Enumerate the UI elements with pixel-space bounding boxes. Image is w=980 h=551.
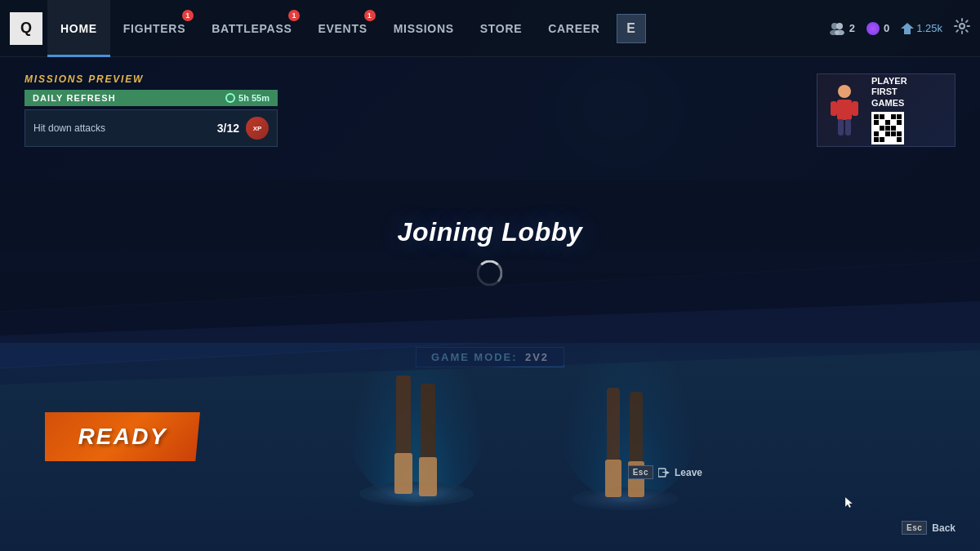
nav-item-missions[interactable]: MISSIONS [381, 0, 467, 57]
pfg-qr-code [871, 112, 904, 144]
svg-rect-16 [831, 101, 837, 116]
friends-icon [829, 22, 845, 35]
pfg-character-figure [824, 82, 865, 139]
nav-item-store[interactable]: STORE [467, 0, 535, 57]
missions-title: MISSIONS PREVIEW [24, 73, 278, 85]
svg-point-14 [838, 85, 851, 98]
crystals-count: 0 [884, 22, 889, 34]
ready-label: READY [78, 424, 167, 450]
friends-stat: 2 [829, 22, 855, 35]
e-button[interactable]: E [617, 14, 646, 43]
nav-item-home[interactable]: HOME [47, 0, 110, 57]
esc-back-key: Esc [902, 521, 927, 535]
back-label: Back [932, 522, 956, 534]
nav-right-stats: 2 0 1.25k [829, 18, 970, 38]
pfg-text-area: PLAYERFIRSTGAMES [871, 76, 948, 144]
joining-lobby-modal: Joining Lobby [398, 216, 583, 286]
battlepass-badge: 1 [288, 10, 300, 21]
crystals-stat: 0 [866, 22, 889, 35]
svg-point-13 [960, 24, 964, 29]
nav-item-events[interactable]: EVENTS 1 [305, 0, 380, 57]
svg-rect-15 [837, 100, 852, 120]
loading-spinner [477, 260, 503, 286]
leave-icon [658, 467, 671, 478]
nav-item-battlepass[interactable]: BATTLEPASS 1 [198, 0, 305, 57]
mission-row: Hit down attacks 3/12 XP [24, 109, 278, 147]
nav-items-list: HOME FIGHTERS 1 BATTLEPASS 1 EVENTS 1 MI… [47, 0, 829, 57]
pfg-advertisement: PLAYERFIRSTGAMES [817, 73, 956, 147]
svg-rect-17 [852, 101, 858, 116]
events-badge: 1 [364, 10, 376, 21]
pfg-title: PLAYERFIRSTGAMES [871, 76, 948, 109]
missions-daily-bar: DAILY REFRESH 5h 55m [24, 90, 278, 106]
currency-value: 1.25k [916, 22, 942, 34]
svg-rect-19 [845, 119, 851, 136]
esc-leave-key: Esc [628, 465, 653, 479]
q-button[interactable]: Q [10, 12, 42, 45]
nav-item-career[interactable]: CAREER [535, 0, 612, 57]
crystal-icon [866, 22, 880, 35]
nav-item-fighters[interactable]: FIGHTERS 1 [110, 0, 198, 57]
xp-badge: XP [246, 117, 269, 140]
leave-action: Leave [658, 467, 702, 478]
svg-marker-21 [845, 497, 853, 508]
ready-button[interactable]: READY [45, 412, 200, 461]
svg-marker-12 [901, 23, 914, 34]
daily-label: DAILY REFRESH [33, 93, 116, 103]
mission-progress: 3/12 XP [217, 117, 269, 140]
navigation-bar: Q HOME FIGHTERS 1 BATTLEPASS 1 EVENTS 1 … [0, 0, 980, 57]
settings-icon [954, 18, 970, 34]
mission-count: 3/12 [217, 122, 239, 135]
svg-point-9 [836, 23, 843, 29]
svg-rect-18 [838, 119, 844, 136]
arrow-icon [901, 23, 914, 34]
joining-lobby-title: Joining Lobby [398, 216, 583, 247]
missions-panel: MISSIONS PREVIEW DAILY REFRESH 5h 55m Hi… [24, 73, 278, 147]
fighters-badge: 1 [182, 10, 194, 21]
esc-leave-control[interactable]: Esc Leave [628, 465, 702, 479]
mission-name: Hit down attacks [33, 122, 105, 134]
settings-button[interactable] [954, 18, 970, 38]
currency-stat: 1.25k [901, 22, 942, 34]
esc-back-control[interactable]: Esc Back [902, 521, 956, 535]
mouse-cursor [845, 497, 853, 509]
mission-timer: 5h 55m [225, 93, 270, 103]
clock-icon [225, 93, 235, 103]
friends-count: 2 [849, 22, 855, 34]
